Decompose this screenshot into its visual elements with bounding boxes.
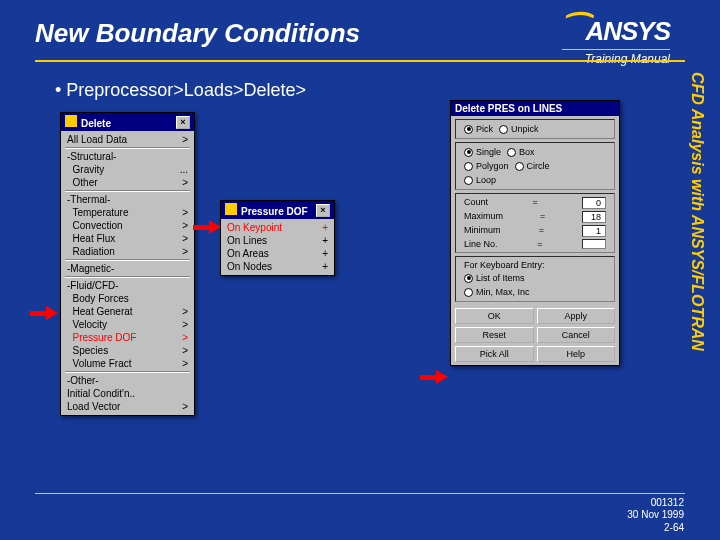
delete-menu-window: Delete × All Load Data>-Structural- Grav… (60, 112, 195, 416)
separator (65, 147, 190, 149)
menu-item[interactable]: Heat Flux> (63, 232, 192, 245)
menu-item[interactable]: Velocity> (63, 318, 192, 331)
radio-option[interactable]: Pick (464, 124, 493, 134)
radio-option[interactable]: Min, Max, Inc (464, 287, 530, 297)
radio-icon (464, 125, 473, 134)
window-icon (225, 203, 237, 215)
radio-icon (464, 288, 473, 297)
menu-item[interactable]: All Load Data> (63, 133, 192, 146)
menu-item[interactable]: -Magnetic- (63, 262, 192, 275)
menu-item[interactable]: On Keypoint+ (223, 221, 332, 234)
pressure-dof-titlebar: Pressure DOF × (221, 201, 334, 219)
delete-menu-titlebar: Delete × (61, 113, 194, 131)
shape-group: SingleBoxPolygonCircleLoop (455, 142, 615, 190)
lines-dialog-titlebar: Delete PRES on LINES (451, 101, 619, 116)
menu-item[interactable]: Pressure DOF> (63, 331, 192, 344)
logo-subtitle: Training Manual (562, 49, 670, 66)
field-label: Line No. (464, 239, 498, 249)
slide-title: New Boundary Conditions (35, 18, 360, 49)
radio-option[interactable]: Single (464, 147, 501, 157)
field-row: Minimum=1 (458, 224, 612, 238)
menu-item[interactable]: On Areas+ (223, 247, 332, 260)
field-row: Count=0 (458, 196, 612, 210)
menu-item[interactable]: Body Forces (63, 292, 192, 305)
side-label: CFD Analysis with ANSYS/FLOTRAN (688, 72, 706, 472)
button-row: OKApplyResetCancelPick AllHelp (451, 305, 619, 365)
radio-option[interactable]: Polygon (464, 161, 509, 171)
radio-label: Min, Max, Inc (476, 287, 530, 297)
radio-option[interactable]: Box (507, 147, 535, 157)
radio-option[interactable]: Circle (515, 161, 550, 171)
ansys-logo: ⁀ANSYS (562, 12, 670, 47)
cancel-button[interactable]: Cancel (537, 327, 616, 343)
footer-date: 30 Nov 1999 (627, 509, 684, 522)
fields-group: Count=0Maximum=18Minimum=1Line No.= (455, 193, 615, 253)
menu-item[interactable]: On Lines+ (223, 234, 332, 247)
arrow-icon (30, 306, 58, 320)
menu-item[interactable]: Gravity... (63, 163, 192, 176)
radio-label: Unpick (511, 124, 539, 134)
separator (65, 371, 190, 373)
keyboard-options: List of ItemsMin, Max, Inc (458, 271, 612, 299)
menu-item[interactable]: -Thermal- (63, 193, 192, 206)
radio-label: Single (476, 147, 501, 157)
menu-item[interactable]: -Other- (63, 374, 192, 387)
field-value: 1 (582, 225, 606, 237)
radio-option[interactable]: Unpick (499, 124, 539, 134)
menu-item[interactable]: Radiation> (63, 245, 192, 258)
radio-label: Circle (527, 161, 550, 171)
footer-page: 2-64 (627, 522, 684, 535)
menu-item[interactable]: Convection> (63, 219, 192, 232)
window-icon (65, 115, 77, 127)
radio-icon (464, 148, 473, 157)
divider-top (35, 60, 685, 62)
radio-label: Polygon (476, 161, 509, 171)
keyboard-entry-group: For Keyboard Entry: List of ItemsMin, Ma… (455, 256, 615, 302)
pick-all-button[interactable]: Pick All (455, 346, 534, 362)
menu-item[interactable]: On Nodes+ (223, 260, 332, 273)
reset-button[interactable]: Reset (455, 327, 534, 343)
lines-dialog-title: Delete PRES on LINES (455, 103, 562, 114)
logo-block: ⁀ANSYS Training Manual (562, 12, 670, 66)
footer-id: 001312 (627, 497, 684, 510)
menu-item[interactable]: Other> (63, 176, 192, 189)
pick-mode-group: PickUnpick (455, 119, 615, 139)
menu-item[interactable]: -Structural- (63, 150, 192, 163)
radio-option[interactable]: List of Items (464, 273, 525, 283)
delete-menu-body: All Load Data>-Structural- Gravity... Ot… (61, 131, 194, 415)
radio-label: Loop (476, 175, 496, 185)
field-row: Maximum=18 (458, 210, 612, 224)
separator (65, 276, 190, 278)
radio-option[interactable]: Loop (464, 175, 496, 185)
close-icon[interactable]: × (176, 116, 190, 129)
menu-item[interactable]: Temperature> (63, 206, 192, 219)
field-value: 18 (582, 211, 606, 223)
field-value: 0 (582, 197, 606, 209)
radio-icon (464, 176, 473, 185)
pressure-dof-body: On Keypoint+On Lines+On Areas+On Nodes+ (221, 219, 334, 275)
footer: 001312 30 Nov 1999 2-64 (627, 497, 684, 535)
apply-button[interactable]: Apply (537, 308, 616, 324)
radio-label: List of Items (476, 273, 525, 283)
menu-item[interactable]: Volume Fract> (63, 357, 192, 370)
delete-pres-lines-dialog: Delete PRES on LINES PickUnpick SingleBo… (450, 100, 620, 366)
radio-label: Box (519, 147, 535, 157)
menu-item[interactable]: Load Vector> (63, 400, 192, 413)
menu-item[interactable]: Initial Condit'n.. (63, 387, 192, 400)
separator (65, 190, 190, 192)
bullet-text: • Preprocessor>Loads>Delete> (55, 80, 306, 101)
keyboard-entry-label: For Keyboard Entry: (458, 259, 612, 271)
help-button[interactable]: Help (537, 346, 616, 362)
ok-button[interactable]: OK (455, 308, 534, 324)
arrow-icon (420, 370, 448, 384)
menu-item[interactable]: -Fluid/CFD- (63, 279, 192, 292)
field-label: Maximum (464, 211, 503, 223)
separator (65, 259, 190, 261)
menu-item[interactable]: Species> (63, 344, 192, 357)
divider-bottom (35, 493, 685, 494)
radio-label: Pick (476, 124, 493, 134)
menu-item[interactable]: Heat Generat> (63, 305, 192, 318)
close-icon[interactable]: × (316, 204, 330, 217)
radio-icon (515, 162, 524, 171)
radio-icon (499, 125, 508, 134)
